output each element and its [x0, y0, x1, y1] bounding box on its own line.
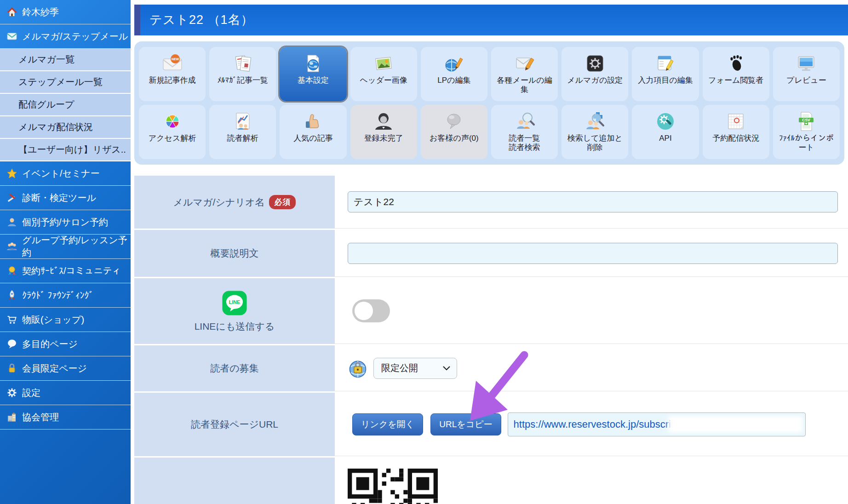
tools-icon — [6, 192, 17, 203]
mail-icon — [6, 31, 17, 42]
toolbar-tile-label: 検索して追加と 削除 — [567, 134, 623, 153]
sidebar-item-label: グループ予約/レッスン予約 — [22, 234, 131, 259]
basic-settings-icon — [302, 52, 324, 74]
sidebar-item-7[interactable]: イベント/セミナー — [0, 161, 131, 186]
customer-voice-icon — [443, 110, 465, 132]
description-input[interactable] — [348, 243, 838, 264]
toolbar-tile-5[interactable]: 各種メールの編 集 — [491, 47, 558, 101]
cart-icon — [6, 314, 17, 325]
required-badge: 必須 — [269, 195, 296, 209]
sidebar-item-16[interactable]: 設定 — [0, 381, 131, 405]
magazine-settings-icon — [584, 52, 606, 74]
line-icon: LINE — [221, 290, 248, 316]
toolbar-tile-18[interactable]: 予約配信状況 — [703, 105, 769, 159]
search-add-delete-icon — [584, 110, 606, 132]
visibility-select[interactable]: 限定公開 — [373, 358, 457, 379]
settings-form: メルマガ/シナリオ名 必須 概要説明文 — [134, 176, 848, 504]
description-label-cell: 概要説明文 — [134, 230, 335, 277]
sidebar-item-1[interactable]: メルマガ/ステップメール — [0, 24, 131, 49]
toolbar-tile-label: プレビュー — [786, 76, 826, 85]
sidebar-item-label: 配信グループ — [18, 98, 74, 111]
home-icon — [6, 6, 17, 17]
lock-icon — [6, 363, 17, 374]
sidebar-item-6[interactable]: 【ユーザー向け】リザス.. — [0, 139, 131, 161]
sidebar-item-5[interactable]: メルマガ配信状況 — [0, 116, 131, 139]
sidebar: 鈴木紗季メルマガ/ステップメールメルマガ一覧ステップメール一覧配信グループメルマ… — [0, 0, 131, 504]
sidebar-item-12[interactable]: ｸﾗｳﾄﾞ ﾌｧｳﾝﾃﾞｨﾝｸﾞ — [0, 283, 131, 308]
sidebar-item-17[interactable]: 協会管理 — [0, 405, 131, 430]
toolbar-tile-label: 読者解析 — [227, 134, 258, 143]
toolbar-tile-19[interactable]: CSVﾌｧｲﾙからインポ ート — [773, 105, 840, 159]
popular-articles-icon — [302, 110, 324, 132]
globe-lock-icon — [348, 358, 368, 378]
sidebar-item-13[interactable]: 物販(ショップ) — [0, 308, 131, 332]
scenario-name-label-cell: メルマガ/シナリオ名 必須 — [134, 176, 335, 229]
form-row-description: 概要説明文 — [134, 230, 848, 277]
toolbar-tile-4[interactable]: LPの編集 — [421, 47, 487, 101]
scenario-name-input[interactable] — [348, 191, 838, 212]
sidebar-item-4[interactable]: 配信グループ — [0, 94, 131, 116]
preview-icon — [795, 52, 817, 74]
qr-code — [348, 469, 438, 504]
toolbar-tile-11[interactable]: 読者解析 — [209, 105, 276, 159]
form-row-line: LINE LINEにも送信する — [134, 278, 848, 344]
toolbar-tile-8[interactable]: フォーム閲覧者 — [703, 47, 769, 101]
toolbar-tile-12[interactable]: 人気の記事 — [280, 105, 346, 159]
toolbar-tile-2[interactable]: 基本設定 — [280, 47, 346, 101]
toolbar-tile-6[interactable]: メルマガの設定 — [562, 47, 628, 101]
app-window: 鈴木紗季メルマガ/ステップメールメルマガ一覧ステップメール一覧配信グループメルマ… — [0, 0, 848, 504]
registration-url-field[interactable]: https://www.reservestock.jp/subscrib — [508, 412, 806, 436]
article-list-icon — [232, 52, 254, 74]
copy-url-button[interactable]: URLをコピー — [430, 413, 501, 435]
sidebar-item-label: 多目的ページ — [22, 338, 78, 350]
sidebar-item-2[interactable]: メルマガ一覧 — [0, 49, 131, 71]
toolbar-tile-label: API — [659, 134, 671, 143]
toolbar-tile-label: 入力項目の編集 — [638, 76, 693, 85]
toolbar-tile-7[interactable]: 入力項目の編集 — [632, 47, 699, 101]
sidebar-item-label: 物販(ショップ) — [22, 314, 84, 326]
toolbar-tile-label: LPの編集 — [437, 76, 470, 85]
toolbar-tile-3[interactable]: ヘッダー画像 — [350, 47, 417, 101]
toolbar-tile-label: ﾒﾙﾏｶﾞ記事一覧 — [218, 76, 269, 85]
sidebar-item-11[interactable]: 契約ｻｰﾋﾞｽ/コミュニティ — [0, 259, 131, 283]
sidebar-item-3[interactable]: ステップメール一覧 — [0, 71, 131, 94]
toolbar-tile-9[interactable]: プレビュー — [773, 47, 840, 101]
toggle-knob — [355, 302, 373, 320]
toolbar-tile-0[interactable]: NEW新規記事作成 — [139, 47, 206, 101]
line-toggle[interactable] — [352, 299, 390, 322]
toolbar-tile-13[interactable]: 登録未完了 — [350, 105, 417, 159]
api-icon — [654, 110, 676, 132]
sidebar-item-8[interactable]: 診断・検定ツール — [0, 186, 131, 210]
building-icon — [6, 412, 17, 423]
toolbar-tile-15[interactable]: 読者一覧 読者検索 — [491, 105, 558, 159]
toolbar-tile-label: ﾌｧｲﾙからインポ ート — [779, 134, 834, 153]
toolbar-tile-10[interactable]: アクセス解析 — [139, 105, 206, 159]
sidebar-item-9[interactable]: 個別予約/サロン予約 — [0, 210, 131, 235]
recruit-label: 読者の募集 — [210, 362, 259, 375]
sidebar-item-14[interactable]: 多目的ページ — [0, 332, 131, 356]
group-icon — [6, 241, 17, 252]
sidebar-item-label: 診断・検定ツール — [22, 192, 96, 204]
toolbar-tile-1[interactable]: ﾒﾙﾏｶﾞ記事一覧 — [209, 47, 276, 101]
sidebar-item-label: 【ユーザー向け】リザス.. — [18, 143, 126, 156]
open-link-button[interactable]: リンクを開く — [352, 413, 423, 435]
gear-icon — [6, 387, 17, 398]
sidebar-item-label: メルマガ/ステップメール — [22, 30, 128, 43]
toolbar-tile-label: ヘッダー画像 — [360, 76, 407, 85]
sidebar-item-15[interactable]: 会員限定ページ — [0, 356, 131, 381]
toolbar-tile-14[interactable]: お客様の声(0) — [421, 105, 487, 159]
svg-text:NEW: NEW — [171, 57, 179, 61]
sidebar-item-10[interactable]: グループ予約/レッスン予約 — [0, 235, 131, 259]
toolbar-tile-17[interactable]: API — [632, 105, 699, 159]
main-area: テスト22 （1名） NEW新規記事作成ﾒﾙﾏｶﾞ記事一覧基本設定ヘッダー画像L… — [134, 0, 848, 504]
scenario-name-label: メルマガ/シナリオ名 — [173, 196, 265, 209]
rocket-icon — [6, 290, 17, 301]
star-icon — [6, 168, 17, 179]
sidebar-item-label: 鈴木紗季 — [22, 6, 59, 18]
scheduled-delivery-icon — [725, 110, 747, 132]
toolbar-tile-label: 予約配信状況 — [712, 134, 759, 143]
toolbar-tile-label: アクセス解析 — [149, 134, 196, 143]
toolbar-tile-16[interactable]: 検索して追加と 削除 — [562, 105, 628, 159]
form-viewers-icon — [725, 52, 747, 74]
sidebar-item-0[interactable]: 鈴木紗季 — [0, 0, 131, 24]
